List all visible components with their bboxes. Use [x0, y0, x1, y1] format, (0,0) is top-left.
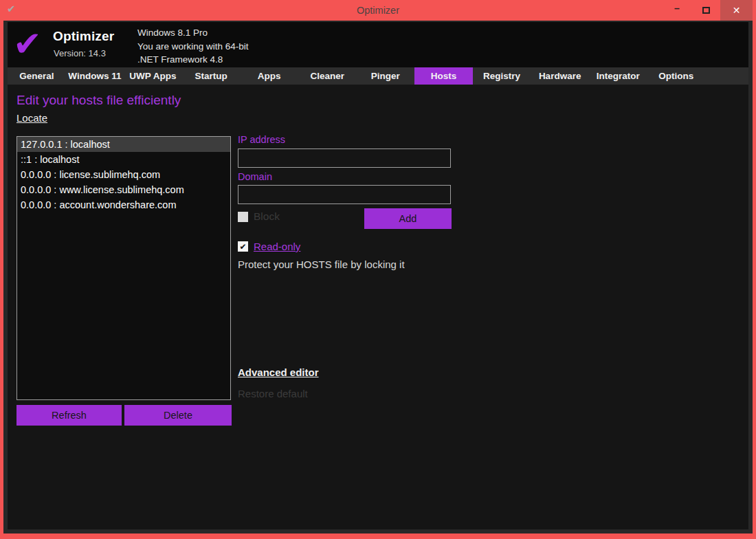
delete-button[interactable]: Delete [124, 405, 232, 426]
tab-startup[interactable]: Startup [182, 67, 241, 85]
tab-uwp-apps[interactable]: UWP Apps [124, 67, 182, 85]
hosts-entry[interactable]: 0.0.0.0 : account.wondershare.com [17, 197, 230, 212]
system-info-arch: You are working with 64-bit [137, 40, 249, 54]
ip-address-input[interactable] [238, 148, 451, 168]
domain-input[interactable] [238, 185, 451, 204]
window-controls: – ✕ [663, 0, 753, 21]
page-title: Edit your hosts file efficiently [16, 93, 181, 108]
tab-general[interactable]: General [8, 67, 66, 85]
system-info: Windows 8.1 Pro You are working with 64-… [137, 26, 249, 67]
system-info-framework: .NET Framework 4.8 [137, 53, 249, 67]
domain-label: Domain [238, 171, 272, 182]
restore-default-link: Restore default [238, 388, 308, 399]
block-label: Block [254, 210, 280, 223]
system-info-os: Windows 8.1 Pro [137, 26, 249, 40]
tab-apps[interactable]: Apps [240, 67, 298, 85]
minimize-icon: – [674, 3, 680, 14]
readonly-checkbox[interactable]: ✔ [238, 241, 248, 252]
close-button[interactable]: ✕ [720, 0, 753, 21]
tab-registry[interactable]: Registry [473, 67, 531, 85]
app-header: ✔ Optimizer Version: 14.3 Windows 8.1 Pr… [8, 22, 748, 67]
hosts-entry[interactable]: 0.0.0.0 : www.license.sublimehq.com [17, 182, 230, 197]
add-button[interactable]: Add [364, 208, 452, 229]
minimize-button[interactable]: – [663, 0, 691, 21]
app-surface: ✔ Optimizer Version: 14.3 Windows 8.1 Pr… [8, 22, 748, 529]
window-title: Optimizer [0, 1, 756, 20]
readonly-option[interactable]: ✔ Read-only [238, 241, 300, 252]
block-checkbox[interactable] [238, 212, 248, 222]
checkmark-icon: ✔ [239, 242, 246, 252]
readonly-description: Protect your HOSTS file by locking it [238, 258, 405, 270]
tab-integrator[interactable]: Integrator [589, 67, 647, 85]
tab-windows-11[interactable]: Windows 11 [66, 67, 124, 85]
locate-link[interactable]: Locate [16, 112, 47, 124]
hosts-panel: Edit your hosts file efficiently Locate … [8, 85, 748, 529]
window-frame: ✔ Optimizer Version: 14.3 Windows 8.1 Pr… [3, 21, 753, 534]
app-version: Version: 14.3 [54, 48, 106, 58]
tab-hosts[interactable]: Hosts [414, 67, 473, 85]
tab-hardware[interactable]: Hardware [531, 67, 589, 85]
block-option[interactable]: Block [238, 210, 280, 223]
hosts-entry[interactable]: ::1 : localhost [17, 152, 230, 167]
tab-bar: General Windows 11 UWP Apps Startup Apps… [8, 67, 748, 85]
maximize-icon [702, 7, 710, 14]
advanced-editor-link[interactable]: Advanced editor [238, 366, 319, 378]
hosts-entries-list[interactable]: 127.0.0.1 : localhost ::1 : localhost 0.… [16, 136, 231, 400]
logo-check-icon: ✔ [13, 23, 42, 65]
maximize-button[interactable] [691, 0, 720, 21]
hosts-entry[interactable]: 0.0.0.0 : license.sublimehq.com [17, 167, 230, 182]
tab-cleaner[interactable]: Cleaner [298, 67, 357, 85]
close-icon: ✕ [733, 5, 741, 16]
tab-pinger[interactable]: Pinger [357, 67, 415, 85]
app-name: Optimizer [53, 29, 114, 44]
ip-address-label: IP address [238, 134, 285, 145]
readonly-label: Read-only [254, 241, 300, 252]
hosts-entry[interactable]: 127.0.0.1 : localhost [17, 137, 230, 152]
refresh-button[interactable]: Refresh [16, 405, 122, 426]
title-bar: ✔ Optimizer – ✕ [0, 0, 756, 21]
tab-options[interactable]: Options [647, 67, 706, 85]
